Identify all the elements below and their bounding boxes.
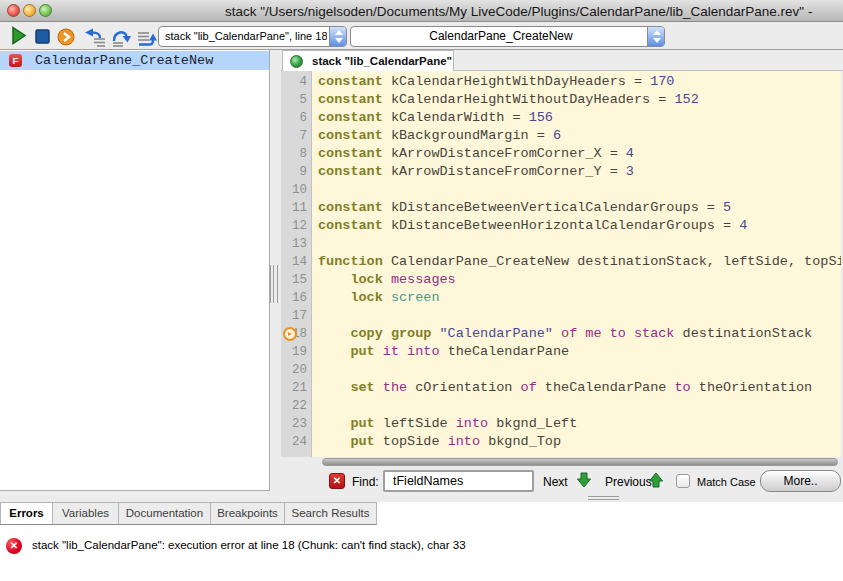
window-title: stack "/Users/nigelsoden/Documents/My Li… xyxy=(225,4,812,19)
find-label: Find: xyxy=(352,475,379,489)
line-number: 10 xyxy=(281,181,311,199)
match-case-label: Match Case xyxy=(697,476,756,488)
code-editor[interactable]: 456789101112131415161718192021222324 con… xyxy=(281,71,843,457)
stop-button[interactable] xyxy=(35,29,50,44)
step-out-button[interactable] xyxy=(110,27,132,47)
line-number: 14 xyxy=(281,253,311,271)
editor-tab[interactable]: stack "lib_CalendarPane" xyxy=(282,50,454,71)
bottom-tab-breakpoints[interactable]: Breakpoints xyxy=(211,502,285,525)
error-list: ✕ stack "lib_CalendarPane": execution er… xyxy=(0,525,843,581)
line-number: 15 xyxy=(281,271,311,289)
execution-context-value: stack "lib_CalendarPane", line 18 xyxy=(165,27,327,46)
code-line-19[interactable]: put it into theCalendarPane xyxy=(318,343,843,361)
line-number: 8 xyxy=(281,145,311,163)
main-area: F CalendarPane_CreateNew stack "lib_Cale… xyxy=(0,50,843,502)
previous-arrow-icon[interactable] xyxy=(648,471,664,489)
code-line-21[interactable]: set the cOrientation of theCalendarPane … xyxy=(318,379,843,397)
line-number: 4 xyxy=(281,73,311,91)
titlebar: stack "/Users/nigelsoden/Documents/My Li… xyxy=(0,0,843,22)
find-previous-button[interactable]: Previous xyxy=(605,475,652,489)
code-line-24[interactable]: put topSide into bkgnd_Top xyxy=(318,433,843,451)
error-message: stack "lib_CalendarPane": execution erro… xyxy=(32,539,466,551)
zoom-window-button[interactable] xyxy=(39,4,52,17)
line-number: 23 xyxy=(281,415,311,433)
handler-list: F CalendarPane_CreateNew xyxy=(0,50,270,491)
code-line-16[interactable]: lock screen xyxy=(318,289,843,307)
script-editor-window: stack "/Users/nigelsoden/Documents/My Li… xyxy=(0,0,843,581)
editor-tabstrip: stack "lib_CalendarPane" xyxy=(281,50,843,71)
code-line-17[interactable] xyxy=(318,307,843,325)
execution-marker-icon xyxy=(283,327,297,341)
code-line-4[interactable]: constant kCalendarHeightWithDayHeaders =… xyxy=(318,73,843,91)
horizontal-scrollbar[interactable] xyxy=(281,457,843,467)
code-line-15[interactable]: lock messages xyxy=(318,271,843,289)
line-number: 24 xyxy=(281,433,311,451)
context-stepper-icon[interactable] xyxy=(329,27,346,46)
close-window-button[interactable] xyxy=(7,4,20,17)
code-line-13[interactable] xyxy=(318,235,843,253)
editor-tab-label: stack "lib_CalendarPane" xyxy=(312,55,452,67)
debug-toolbar: stack "lib_CalendarPane", line 18 Calend… xyxy=(0,22,843,50)
line-number: 7 xyxy=(281,127,311,145)
bottom-tab-search-results[interactable]: Search Results xyxy=(285,502,377,525)
bottom-tab-documentation[interactable]: Documentation xyxy=(119,502,211,525)
code-line-10[interactable] xyxy=(318,181,843,199)
line-number: 9 xyxy=(281,163,311,181)
code-line-8[interactable]: constant kArrowDistanceFromCorner_X = 4 xyxy=(318,145,843,163)
code-lines[interactable]: constant kCalendarHeightWithDayHeaders =… xyxy=(312,71,843,457)
line-number: 6 xyxy=(281,109,311,127)
line-number: 16 xyxy=(281,289,311,307)
code-line-11[interactable]: constant kDistanceBetweenVerticalCalenda… xyxy=(318,199,843,217)
handler-stepper-icon[interactable] xyxy=(647,27,664,46)
code-line-14[interactable]: function CalendarPane_CreateNew destinat… xyxy=(318,253,843,271)
find-bar: ✕ Find: Next Previous Match Case More.. xyxy=(281,467,843,502)
run-button[interactable] xyxy=(11,26,27,45)
code-line-12[interactable]: constant kDistanceBetweenHorizontalCalen… xyxy=(318,217,843,235)
splitter-grip[interactable] xyxy=(270,265,279,303)
code-line-22[interactable] xyxy=(318,397,843,415)
execution-context-dropdown[interactable]: stack "lib_CalendarPane", line 18 xyxy=(158,26,347,47)
step-into-button[interactable] xyxy=(84,27,106,47)
line-number: 5 xyxy=(281,91,311,109)
code-line-7[interactable]: constant kBackgroundMargin = 6 xyxy=(318,127,843,145)
horizontal-scrollbar-thumb[interactable] xyxy=(322,458,838,466)
gutter[interactable]: 456789101112131415161718192021222324 xyxy=(281,71,312,457)
code-line-18[interactable]: copy group "CalendarPane" of me to stack… xyxy=(318,325,843,343)
next-arrow-icon[interactable] xyxy=(576,471,592,489)
handler-list-item-label: CalendarPane_CreateNew xyxy=(35,53,213,68)
code-line-6[interactable]: constant kCalendarWidth = 156 xyxy=(318,109,843,127)
line-number: 17 xyxy=(281,307,311,325)
line-number: 19 xyxy=(281,343,311,361)
handler-dropdown-value: CalendarPane_CreateNew xyxy=(357,27,645,46)
stack-status-icon xyxy=(290,55,303,68)
more-button[interactable]: More.. xyxy=(760,470,841,492)
code-line-20[interactable] xyxy=(318,361,843,379)
editor-panel: stack "lib_CalendarPane" 456789101112131… xyxy=(281,50,843,502)
line-number: 12 xyxy=(281,217,311,235)
code-line-9[interactable]: constant kArrowDistanceFromCorner_Y = 3 xyxy=(318,163,843,181)
line-number: 22 xyxy=(281,397,311,415)
line-number: 20 xyxy=(281,361,311,379)
match-case-checkbox[interactable] xyxy=(676,474,690,488)
step-over-button[interactable] xyxy=(57,28,75,46)
code-line-5[interactable]: constant kCalendarHeightWithoutDayHeader… xyxy=(318,91,843,109)
close-find-icon[interactable]: ✕ xyxy=(329,473,345,489)
run-to-line-button[interactable] xyxy=(136,27,160,47)
line-number: 21 xyxy=(281,379,311,397)
minimize-window-button[interactable] xyxy=(23,4,36,17)
function-badge-icon: F xyxy=(9,54,22,67)
find-input[interactable] xyxy=(383,470,534,492)
bottom-tabstrip: ErrorsVariablesDocumentationBreakpointsS… xyxy=(0,502,377,525)
line-number: 11 xyxy=(281,199,311,217)
find-bar-grip[interactable] xyxy=(588,496,619,500)
line-number: 13 xyxy=(281,235,311,253)
bottom-tab-variables[interactable]: Variables xyxy=(53,502,119,525)
code-line-23[interactable]: put leftSide into bkgnd_Left xyxy=(318,415,843,433)
find-next-button[interactable]: Next xyxy=(543,475,568,489)
handler-dropdown[interactable]: CalendarPane_CreateNew xyxy=(350,26,665,47)
handler-list-item[interactable]: F CalendarPane_CreateNew xyxy=(0,51,269,70)
error-icon: ✕ xyxy=(6,538,22,554)
bottom-tab-errors[interactable]: Errors xyxy=(0,502,53,525)
